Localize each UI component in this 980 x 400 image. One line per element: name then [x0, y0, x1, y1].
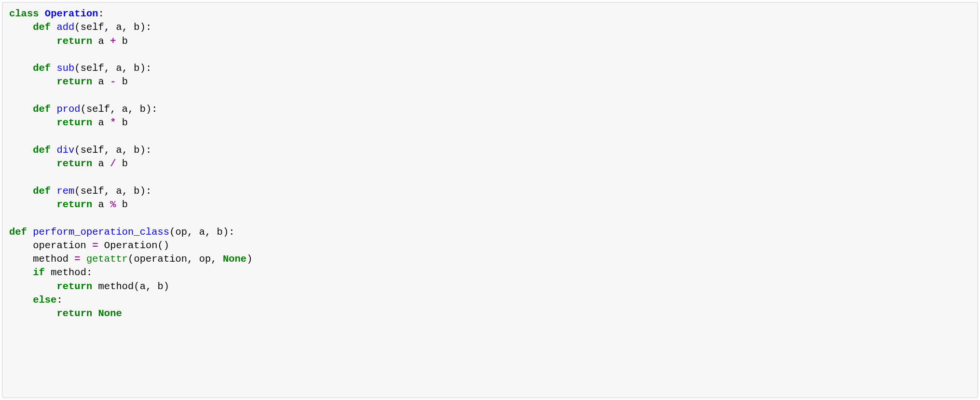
code-token: a	[92, 117, 110, 128]
code-block: class Operation: def add(self, a, b): re…	[2, 2, 978, 398]
code-token	[51, 186, 56, 197]
code-token	[9, 76, 56, 87]
code-token: (self, a, b):	[74, 186, 151, 197]
code-token: def	[9, 227, 27, 238]
code-token: b	[116, 76, 128, 87]
code-token: None	[98, 308, 122, 319]
code-token: a	[92, 76, 110, 87]
code-token	[51, 63, 56, 74]
code-token: perform_operation_class	[33, 227, 169, 238]
code-token: def	[33, 22, 51, 33]
code-token	[9, 158, 56, 169]
code-token: a	[92, 36, 110, 47]
code-token: b	[116, 158, 128, 169]
code-token: /	[110, 158, 116, 169]
code-token	[81, 253, 86, 265]
code-token: class	[9, 8, 39, 19]
code-token: div	[56, 145, 74, 156]
code-token	[9, 63, 33, 74]
code-token: =	[74, 253, 80, 265]
code-token: %	[110, 199, 116, 210]
code-token: return	[56, 76, 92, 87]
code-token: rem	[56, 186, 74, 197]
code-token: else	[33, 294, 56, 306]
code-token: method	[9, 253, 74, 265]
code-token: a	[92, 158, 110, 169]
code-token	[9, 22, 33, 33]
code-token	[9, 186, 33, 197]
code-token: def	[33, 63, 51, 74]
code-token	[9, 145, 33, 156]
code-content: class Operation: def add(self, a, b): re…	[9, 7, 971, 320]
code-token: (self, a, b):	[74, 63, 151, 74]
code-token: -	[110, 76, 116, 87]
code-token: )	[246, 253, 252, 265]
code-token: def	[33, 186, 51, 197]
code-token: Operation	[45, 8, 98, 19]
code-token: b	[116, 36, 128, 47]
code-token	[9, 104, 33, 115]
code-token: if	[33, 267, 45, 278]
code-token: (self, a, b):	[81, 104, 158, 115]
code-token	[9, 281, 56, 292]
code-token: def	[33, 104, 51, 115]
code-token	[51, 22, 56, 33]
code-token: (self, a, b):	[74, 22, 151, 33]
code-token	[9, 294, 33, 306]
code-token: prod	[56, 104, 80, 115]
code-token	[9, 267, 33, 278]
code-token: (self, a, b):	[74, 145, 151, 156]
code-token: *	[110, 117, 116, 128]
code-token: operation	[9, 240, 92, 251]
code-token: method:	[45, 267, 92, 278]
code-token: return	[56, 36, 92, 47]
code-token	[51, 145, 56, 156]
code-token	[27, 227, 33, 238]
code-token: getattr	[86, 253, 128, 265]
code-token	[9, 308, 56, 319]
code-token: return	[56, 158, 92, 169]
code-token	[39, 8, 45, 19]
code-token: b	[116, 199, 128, 210]
code-token: None	[223, 253, 246, 265]
code-token: :	[56, 294, 62, 306]
code-token	[9, 199, 56, 210]
code-token: return	[56, 199, 92, 210]
code-token: :	[98, 8, 104, 19]
code-token	[9, 36, 56, 47]
code-token: a	[92, 199, 110, 210]
code-token: def	[33, 145, 51, 156]
code-token: return	[56, 281, 92, 292]
code-token: (op, a, b):	[169, 227, 234, 238]
code-token	[51, 104, 56, 115]
code-token: (operation, op,	[128, 253, 223, 265]
code-token: =	[92, 240, 98, 251]
code-token: return	[56, 117, 92, 128]
code-token: Operation()	[98, 240, 170, 251]
code-token	[92, 308, 98, 319]
code-token: return	[56, 308, 92, 319]
code-token	[9, 117, 56, 128]
code-token: method(a, b)	[92, 281, 169, 292]
code-token: add	[56, 22, 74, 33]
code-token: b	[116, 117, 128, 128]
code-token: sub	[56, 63, 74, 74]
code-token: +	[110, 36, 116, 47]
